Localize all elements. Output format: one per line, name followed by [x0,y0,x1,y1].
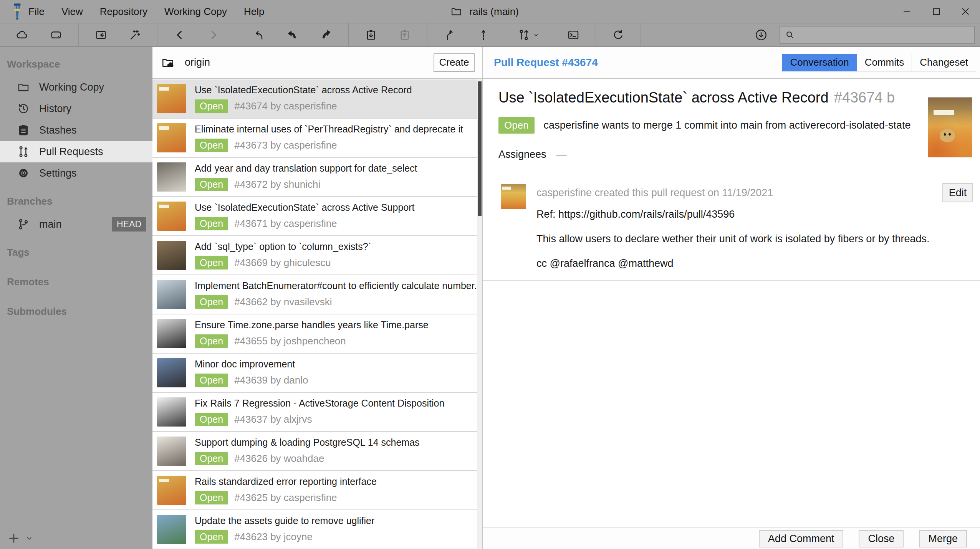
pull-request-row[interactable]: Add `sql_type` option to `column_exists?… [152,236,477,275]
sidebar-item-main[interactable]: mainHEAD [0,213,152,235]
pull-request-row[interactable]: Use `IsolatedExecutionState` across Acti… [152,197,477,236]
comment-line: Ref: https://github.com/rails/rails/pull… [536,208,735,220]
sidebar-item-stashes[interactable]: Stashes [0,119,152,141]
stash-icon [364,28,377,41]
pr-row-text: Fix Rails 7 Regression - ActiveStorage C… [195,398,477,426]
toolbar-rebase-button[interactable] [467,24,500,46]
menu-file[interactable]: File [28,6,45,18]
toolbar-back-button[interactable] [163,24,197,46]
toolbar-drive-button[interactable] [39,24,73,46]
pr-row-title: Fix Rails 7 Regression - ActiveStorage C… [195,398,477,409]
detail-header: Pull Request #43674 ConversationCommitsC… [483,47,980,79]
drive-icon [50,28,63,41]
sidebar-item-history[interactable]: History [0,98,152,119]
pull-request-row[interactable]: Implement BatchEnumerator#count to effic… [152,275,477,314]
list-scrollbar-thumb[interactable] [478,81,482,216]
create-pull-request-button[interactable]: Create [434,53,475,72]
toolbar-group [157,23,236,46]
sidebar-section-tags[interactable]: Tags [0,235,152,265]
author-avatar-bw-sketch-photo [157,319,186,348]
toolbar-terminal-button[interactable] [556,24,590,46]
author-avatar-large [928,97,972,157]
refresh-icon [612,28,625,41]
app-icon [12,3,23,20]
toolbar-stash-button[interactable] [354,24,388,46]
pr-row-text: Use `IsolatedExecutionState` across Acti… [195,84,477,113]
toolbar-magic-wand-button[interactable] [118,24,152,46]
pr-row-subline: Open#43655 by joshpencheon [195,334,477,348]
merge-button[interactable]: Merge [919,530,967,547]
author-avatar-boat-photo [157,515,186,544]
head-badge: HEAD [112,217,146,232]
maximize-button[interactable] [922,0,951,23]
window-title: rails (main) [450,0,519,23]
list-scrollbar[interactable] [477,79,482,549]
author-avatar-bw-comic-avatar [157,397,186,427]
sidebar-item-label: Pull Requests [39,146,103,158]
toolbar-merge-button[interactable] [433,24,467,46]
pull-request-row[interactable]: Use `IsolatedExecutionState` across Acti… [152,79,477,119]
pull-request-row[interactable]: Update the assets guide to remove uglifi… [152,510,477,549]
divider [483,280,980,281]
tab-commits[interactable]: Commits [857,54,912,71]
pull-request-row[interactable]: Eliminate internal uses of `PerThreadReg… [152,119,477,158]
title-bar: FileViewRepositoryWorking CopyHelp rails… [0,0,980,23]
sidebar-section-workspace[interactable]: Workspace [0,47,152,76]
push-icon [319,28,333,41]
pr-row-title: Eliminate internal uses of `PerThreadReg… [195,124,477,135]
menu-view[interactable]: View [61,6,83,18]
assignees-row: Assignees — [498,149,567,160]
detail-tabs: ConversationCommitsChangeset [782,54,976,71]
assignees-label: Assignees [498,149,546,160]
comment-line: cc @rafaelfranca @matthewd [536,258,673,270]
menu-help[interactable]: Help [244,6,264,18]
pr-row-text: Use `IsolatedExecutionState` across Acti… [195,202,477,230]
sidebar-item-pull-requests[interactable]: Pull Requests [0,141,152,162]
sidebar-item-label: History [39,103,71,115]
toolbar-fetch-button[interactable] [242,24,275,46]
search-input[interactable] [799,29,970,41]
add-comment-button[interactable]: Add Comment [759,530,844,547]
pr-row-subline: Open#43637 by alxjrvs [195,413,477,426]
toolbar-group [236,23,349,46]
minimize-button[interactable] [892,0,922,23]
status-badge: Open [195,374,228,387]
compare-branches-icon [517,28,530,41]
close-button[interactable] [951,0,980,23]
pr-row-title: Minor doc improvement [195,359,477,370]
pull-request-row[interactable]: Add year and day translation support for… [152,158,477,197]
toolbar-cloud-button[interactable] [5,24,39,46]
sidebar-section-submodules[interactable]: Submodules [0,294,152,324]
detail-body: Use `IsolatedExecutionState` across Acti… [483,79,980,549]
pull-request-link[interactable]: Pull Request #43674 [494,56,598,69]
menu-repository[interactable]: Repository [100,6,147,18]
pr-row-meta: #43673 by casperisfine [234,139,337,151]
tab-conversation[interactable]: Conversation [782,54,857,71]
pull-request-row[interactable]: Support dumping & loading PostgreSQL 14 … [152,432,477,471]
close-button[interactable]: Close [859,530,904,547]
status-badge: Open [195,99,228,113]
pull-request-row[interactable]: Fix Rails 7 Regression - ActiveStorage C… [152,393,477,432]
tab-changeset[interactable]: Changeset [912,54,976,71]
menu-working-copy[interactable]: Working Copy [164,6,227,18]
sidebar-section-remotes[interactable]: Remotes [0,265,152,294]
pull-request-row[interactable]: Rails standardized error reporting inter… [152,471,477,510]
toolbar-push-button[interactable] [309,24,343,46]
edit-comment-button[interactable]: Edit [942,183,973,202]
pr-row-meta: #43662 by nvasilevski [234,296,332,308]
search-box[interactable] [780,26,975,44]
pr-row-subline: Open#43671 by casperisfine [195,217,477,230]
pull-request-row[interactable]: Ensure Time.zone.parse handles years lik… [152,314,477,354]
sidebar-item-settings[interactable]: Settings [0,162,152,184]
sidebar-item-working-copy[interactable]: Working Copy [0,76,152,98]
toolbar-pull-button[interactable] [275,24,309,46]
sidebar-section-branches[interactable]: Branches [0,184,152,213]
pull-request-title-text: Use `IsolatedExecutionState` across Acti… [498,89,829,106]
pull-request-row[interactable]: Minor doc improvementOpen#43639 by danlo [152,354,477,393]
toolbar-compare-branches-button[interactable] [512,24,545,46]
toolbar-group [506,23,551,46]
add-repository-button[interactable] [7,531,34,545]
toolbar-refresh-button[interactable] [601,24,635,46]
toolbar-open-repo-button[interactable] [84,24,118,46]
toolbar-download-button[interactable] [750,24,773,46]
